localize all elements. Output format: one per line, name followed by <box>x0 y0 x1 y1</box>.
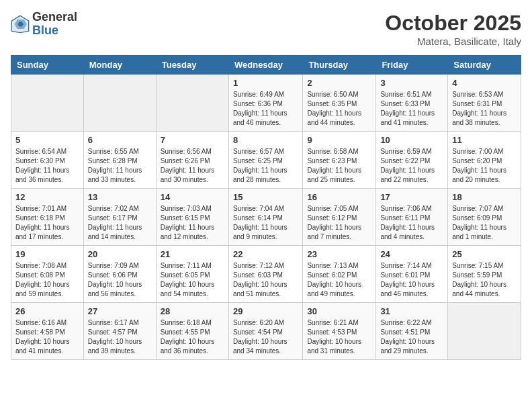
calendar-day-cell: 6Sunrise: 6:55 AM Sunset: 6:28 PM Daylig… <box>83 132 156 189</box>
day-number: 8 <box>233 135 298 145</box>
day-info: Sunrise: 6:49 AM Sunset: 6:36 PM Dayligh… <box>233 90 298 128</box>
day-info: Sunrise: 7:14 AM Sunset: 6:01 PM Dayligh… <box>380 261 443 299</box>
day-number: 14 <box>161 192 224 202</box>
calendar-day-cell: 15Sunrise: 7:04 AM Sunset: 6:14 PM Dayli… <box>228 189 302 246</box>
title-block: October 2025 Matera, Basilicate, Italy <box>385 11 521 47</box>
calendar-day-cell: 5Sunrise: 6:54 AM Sunset: 6:30 PM Daylig… <box>11 132 84 189</box>
calendar-day-cell: 10Sunrise: 6:59 AM Sunset: 6:22 PM Dayli… <box>376 132 448 189</box>
day-info: Sunrise: 6:21 AM Sunset: 4:53 PM Dayligh… <box>307 318 371 356</box>
calendar-day-cell: 28Sunrise: 6:18 AM Sunset: 4:55 PM Dayli… <box>156 303 228 360</box>
day-info: Sunrise: 6:57 AM Sunset: 6:25 PM Dayligh… <box>233 147 298 185</box>
calendar-day-cell: 17Sunrise: 7:06 AM Sunset: 6:11 PM Dayli… <box>376 189 448 246</box>
calendar-day-cell: 4Sunrise: 6:53 AM Sunset: 6:31 PM Daylig… <box>448 75 521 132</box>
calendar-day-cell: 8Sunrise: 6:57 AM Sunset: 6:25 PM Daylig… <box>228 132 302 189</box>
day-header-sunday: Sunday <box>11 56 84 75</box>
day-number: 7 <box>161 135 224 145</box>
day-number: 30 <box>307 306 371 316</box>
day-number: 12 <box>15 192 79 202</box>
day-info: Sunrise: 6:56 AM Sunset: 6:26 PM Dayligh… <box>161 147 224 185</box>
day-number: 21 <box>161 249 224 259</box>
calendar-day-cell: 29Sunrise: 6:20 AM Sunset: 4:54 PM Dayli… <box>228 303 302 360</box>
day-number: 17 <box>380 192 443 202</box>
day-info: Sunrise: 6:16 AM Sunset: 4:58 PM Dayligh… <box>15 318 79 356</box>
day-info: Sunrise: 6:20 AM Sunset: 4:54 PM Dayligh… <box>233 318 298 356</box>
calendar-day-cell: 3Sunrise: 6:51 AM Sunset: 6:33 PM Daylig… <box>376 75 448 132</box>
location: Matera, Basilicate, Italy <box>385 36 521 47</box>
day-number: 1 <box>233 78 298 88</box>
calendar-day-cell: 20Sunrise: 7:09 AM Sunset: 6:06 PM Dayli… <box>83 246 156 303</box>
calendar-day-cell: 31Sunrise: 6:22 AM Sunset: 4:51 PM Dayli… <box>376 303 448 360</box>
calendar-day-cell: 26Sunrise: 6:16 AM Sunset: 4:58 PM Dayli… <box>11 303 84 360</box>
day-info: Sunrise: 7:03 AM Sunset: 6:15 PM Dayligh… <box>161 204 224 242</box>
calendar-day-cell: 2Sunrise: 6:50 AM Sunset: 6:35 PM Daylig… <box>303 75 376 132</box>
day-number: 27 <box>88 306 152 316</box>
calendar-day-cell <box>11 75 84 132</box>
calendar-day-cell: 14Sunrise: 7:03 AM Sunset: 6:15 PM Dayli… <box>156 189 228 246</box>
day-number: 26 <box>15 306 79 316</box>
day-info: Sunrise: 6:54 AM Sunset: 6:30 PM Dayligh… <box>15 147 79 185</box>
calendar-day-cell: 24Sunrise: 7:14 AM Sunset: 6:01 PM Dayli… <box>376 246 448 303</box>
logo-text: General Blue <box>32 11 77 38</box>
calendar-week-row: 26Sunrise: 6:16 AM Sunset: 4:58 PM Dayli… <box>11 303 521 360</box>
calendar-day-cell: 22Sunrise: 7:12 AM Sunset: 6:03 PM Dayli… <box>228 246 302 303</box>
page-header: General Blue October 2025 Matera, Basili… <box>11 11 521 47</box>
day-number: 3 <box>380 78 443 88</box>
day-number: 20 <box>88 249 152 259</box>
day-info: Sunrise: 7:13 AM Sunset: 6:02 PM Dayligh… <box>307 261 371 299</box>
calendar-week-row: 12Sunrise: 7:01 AM Sunset: 6:18 PM Dayli… <box>11 189 521 246</box>
day-info: Sunrise: 6:17 AM Sunset: 4:57 PM Dayligh… <box>88 318 152 356</box>
day-number: 5 <box>15 135 79 145</box>
day-info: Sunrise: 7:05 AM Sunset: 6:12 PM Dayligh… <box>307 204 371 242</box>
day-number: 24 <box>380 249 443 259</box>
calendar-day-cell: 23Sunrise: 7:13 AM Sunset: 6:02 PM Dayli… <box>303 246 376 303</box>
month-title: October 2025 <box>385 11 521 36</box>
calendar-week-row: 5Sunrise: 6:54 AM Sunset: 6:30 PM Daylig… <box>11 132 521 189</box>
day-header-saturday: Saturday <box>448 56 521 75</box>
day-info: Sunrise: 7:09 AM Sunset: 6:06 PM Dayligh… <box>88 261 152 299</box>
calendar-day-cell: 27Sunrise: 6:17 AM Sunset: 4:57 PM Dayli… <box>83 303 156 360</box>
calendar-day-cell: 25Sunrise: 7:15 AM Sunset: 5:59 PM Dayli… <box>448 246 521 303</box>
day-info: Sunrise: 7:15 AM Sunset: 5:59 PM Dayligh… <box>452 261 517 299</box>
day-info: Sunrise: 6:51 AM Sunset: 6:33 PM Dayligh… <box>380 90 443 128</box>
calendar-day-cell: 21Sunrise: 7:11 AM Sunset: 6:05 PM Dayli… <box>156 246 228 303</box>
calendar-day-cell: 7Sunrise: 6:56 AM Sunset: 6:26 PM Daylig… <box>156 132 228 189</box>
day-info: Sunrise: 7:08 AM Sunset: 6:08 PM Dayligh… <box>15 261 79 299</box>
day-info: Sunrise: 7:04 AM Sunset: 6:14 PM Dayligh… <box>233 204 298 242</box>
day-info: Sunrise: 7:11 AM Sunset: 6:05 PM Dayligh… <box>161 261 224 299</box>
calendar-day-cell <box>448 303 521 360</box>
calendar-day-cell: 1Sunrise: 6:49 AM Sunset: 6:36 PM Daylig… <box>228 75 302 132</box>
day-header-friday: Friday <box>376 56 448 75</box>
day-number: 10 <box>380 135 443 145</box>
day-info: Sunrise: 6:55 AM Sunset: 6:28 PM Dayligh… <box>88 147 152 185</box>
day-number: 2 <box>307 78 371 88</box>
day-number: 9 <box>307 135 371 145</box>
day-info: Sunrise: 6:58 AM Sunset: 6:23 PM Dayligh… <box>307 147 371 185</box>
calendar-week-row: 1Sunrise: 6:49 AM Sunset: 6:36 PM Daylig… <box>11 75 521 132</box>
day-header-thursday: Thursday <box>303 56 376 75</box>
calendar-day-cell: 16Sunrise: 7:05 AM Sunset: 6:12 PM Dayli… <box>303 189 376 246</box>
day-number: 16 <box>307 192 371 202</box>
calendar-day-cell: 11Sunrise: 7:00 AM Sunset: 6:20 PM Dayli… <box>448 132 521 189</box>
day-number: 4 <box>452 78 517 88</box>
day-number: 25 <box>452 249 517 259</box>
day-number: 22 <box>233 249 298 259</box>
day-info: Sunrise: 7:06 AM Sunset: 6:11 PM Dayligh… <box>380 204 443 242</box>
calendar-table: SundayMondayTuesdayWednesdayThursdayFrid… <box>11 55 521 360</box>
calendar-header-row: SundayMondayTuesdayWednesdayThursdayFrid… <box>11 56 521 75</box>
day-info: Sunrise: 7:12 AM Sunset: 6:03 PM Dayligh… <box>233 261 298 299</box>
logo-general: General <box>32 11 77 24</box>
day-info: Sunrise: 6:18 AM Sunset: 4:55 PM Dayligh… <box>161 318 224 356</box>
calendar-day-cell: 30Sunrise: 6:21 AM Sunset: 4:53 PM Dayli… <box>303 303 376 360</box>
day-number: 11 <box>452 135 517 145</box>
calendar-day-cell <box>156 75 228 132</box>
day-header-monday: Monday <box>83 56 156 75</box>
day-header-wednesday: Wednesday <box>228 56 302 75</box>
day-info: Sunrise: 6:22 AM Sunset: 4:51 PM Dayligh… <box>380 318 443 356</box>
calendar-day-cell <box>83 75 156 132</box>
day-number: 15 <box>233 192 298 202</box>
calendar-day-cell: 12Sunrise: 7:01 AM Sunset: 6:18 PM Dayli… <box>11 189 84 246</box>
calendar-day-cell: 18Sunrise: 7:07 AM Sunset: 6:09 PM Dayli… <box>448 189 521 246</box>
day-info: Sunrise: 7:00 AM Sunset: 6:20 PM Dayligh… <box>452 147 517 185</box>
logo-icon <box>11 15 30 34</box>
day-number: 23 <box>307 249 371 259</box>
